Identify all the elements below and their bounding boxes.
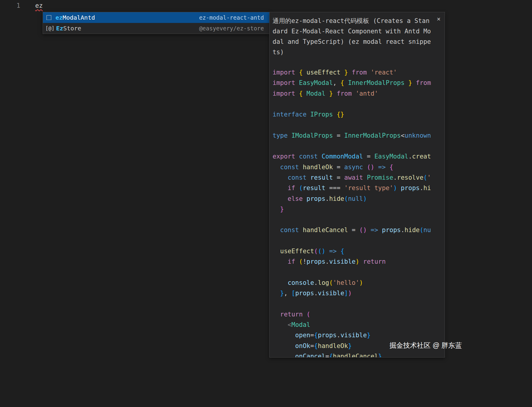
code-line: import { Modal } from 'antd': [273, 88, 442, 99]
code-line: [273, 236, 442, 246]
snippet-preview-code: import { useEffect } from 'react'import …: [273, 67, 442, 358]
code-line: [273, 120, 442, 130]
code-editor[interactable]: 1 ez ezModalAntd ez-modal-react-antd [@]…: [0, 0, 532, 407]
suggestion-label: EzStore: [56, 25, 81, 32]
code-line: }, [props.visible]): [273, 288, 442, 299]
suggestion-label: ezModalAntd: [55, 14, 95, 21]
code-line: const handleOk = async () => {: [273, 162, 442, 173]
snippet-icon: [47, 15, 51, 20]
code-line: else props.hide(null): [273, 194, 442, 204]
code-line: if (!props.visible) return: [273, 257, 442, 267]
label-rest: Store: [63, 25, 81, 32]
suggestion-detail: ez-modal-react-antd: [199, 14, 264, 21]
code-line: <Modal: [273, 320, 442, 330]
suggest-details-panel: ✕ 通用的ez-modal-react代码模板 (Creates a Stand…: [269, 12, 445, 358]
code-line: }: [273, 204, 442, 215]
code-line: [273, 267, 442, 278]
match-text: Ez: [56, 25, 63, 32]
suggestion-item-ezstore[interactable]: [@] EzStore @easyevery/ez-store: [43, 23, 269, 34]
suggestion-detail: @easyevery/ez-store: [199, 25, 264, 32]
typed-text[interactable]: ez: [35, 2, 43, 9]
code-line: import { useEffect } from 'react': [273, 67, 442, 78]
line-number: 1: [12, 2, 20, 9]
label-rest: ModalAntd: [63, 14, 95, 21]
close-icon[interactable]: ✕: [437, 15, 440, 22]
code-line: interface IProps {}: [273, 109, 442, 120]
suggestion-item-ezmodalantd[interactable]: ezModalAntd ez-modal-react-antd: [43, 12, 269, 23]
code-line: if (result === 'result type') props.hi: [273, 183, 442, 193]
code-line: useEffect(() => {: [273, 246, 442, 257]
suggest-widget: ezModalAntd ez-modal-react-antd [@] EzSt…: [43, 12, 270, 34]
match-text: ez: [55, 14, 63, 21]
module-icon: [@]: [45, 25, 53, 31]
code-line: export const CommonModal = EasyModal.cre…: [273, 151, 442, 162]
code-line: [273, 299, 442, 309]
code-line: onCancel={handleCancel}: [273, 351, 442, 358]
code-line: const handleCancel = () => props.hide(nu: [273, 225, 442, 235]
code-line: [273, 99, 442, 109]
code-line: import EasyModal, { InnerModalProps } fr…: [273, 78, 442, 88]
code-line: console.log('hello'): [273, 278, 442, 288]
code-line: return (: [273, 309, 442, 320]
code-line: [273, 141, 442, 151]
code-line: type IModalProps = InnerModalProps<unkno…: [273, 131, 442, 141]
code-line: [273, 215, 442, 225]
code-line: open={props.visible}: [273, 330, 442, 341]
watermark: 掘金技术社区 @ 胖东蓝: [389, 341, 462, 350]
code-line: const result = await Promise.resolve(': [273, 173, 442, 183]
snippet-description: 通用的ez-modal-react代码模板 (Creates a Standar…: [273, 16, 442, 58]
